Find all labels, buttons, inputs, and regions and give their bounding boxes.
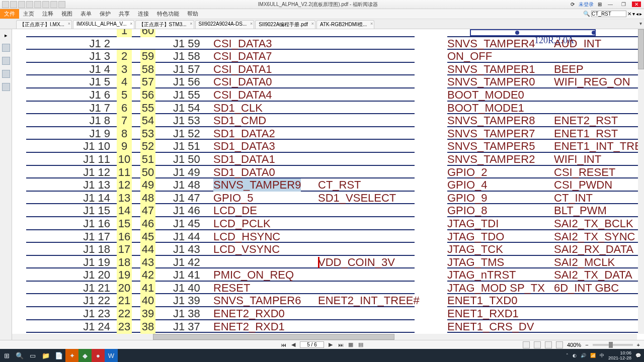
close-button[interactable]: ✕ — [632, 2, 641, 7]
search-icon[interactable]: 🔍 — [583, 11, 590, 17]
app2-icon[interactable]: ◆ — [78, 349, 92, 362]
undo-icon[interactable] — [42, 1, 49, 8]
zoom-level: 400% — [567, 342, 581, 348]
vertical-scrollbar[interactable] — [638, 29, 644, 334]
tab-close-icon[interactable]: × — [130, 21, 132, 26]
menu-item[interactable]: 特色功能 — [153, 10, 183, 18]
document-tab[interactable]: 【正点原子】I.MX...× — [16, 20, 72, 29]
maximize-button[interactable]: ❐ — [619, 2, 628, 7]
attachments-icon[interactable] — [2, 70, 10, 78]
last-page-button[interactable]: ⏭ — [337, 342, 344, 348]
search-taskbar-icon[interactable]: 🔍 — [13, 349, 26, 362]
mail-icon[interactable] — [34, 1, 41, 8]
schematic-pin-row: J1 141348J1 47GPIO_5SD1_VSELECT — [12, 192, 420, 205]
schematic-net-row: BOOT_MODE0 — [447, 88, 644, 102]
tab-close-icon[interactable]: × — [68, 21, 70, 26]
taskview-icon[interactable]: ▭ — [26, 349, 39, 362]
page-input[interactable] — [300, 341, 324, 348]
schematic-pin-row: J1 8754J1 53SD1_CMD — [12, 114, 420, 127]
schematic-pin-row: 160 — [12, 29, 420, 37]
schematic-pin-row: J1 121150J1 49SD1_DATA0 — [12, 166, 420, 179]
zoom-out-button[interactable]: − — [585, 342, 588, 348]
document-tab[interactable]: IMX6ULL_ALPHA_V...× — [73, 20, 134, 29]
print-icon[interactable] — [26, 1, 33, 8]
menu-item[interactable]: 共享 — [115, 10, 134, 18]
windows-taskbar: ⊞ 🔍 ▭ 📁 📄 ✦ ◆ ● W ˄ ◐ 🔊 📶 中 10:06 2021-1… — [0, 349, 644, 362]
notifications-icon[interactable]: 💬 — [635, 353, 641, 358]
page-layout2-icon[interactable]: ▤ — [357, 341, 364, 348]
menu-item[interactable]: 连接 — [134, 10, 153, 18]
sidebar-toggle-icon[interactable]: ▸ — [5, 32, 8, 39]
document-tab[interactable]: 【正点原子】STM3...× — [135, 20, 194, 29]
tray-icon[interactable]: ◐ — [573, 353, 577, 358]
document-viewport[interactable]: 120R,2.0A 160J1 2J1 59CSI_DATA3J1 3259J1… — [12, 29, 644, 340]
view-mode1-icon[interactable] — [523, 341, 530, 348]
schematic-pin-row: J1 242338J1 37ENET2_RXD1 — [12, 320, 420, 333]
menu-item[interactable]: 表单 — [76, 10, 96, 18]
explorer-icon[interactable]: 📁 — [39, 349, 52, 362]
document-tab[interactable]: SII9022A编程手册.pdf× — [255, 20, 315, 29]
prev-page-button[interactable]: ◀ — [290, 341, 297, 348]
start-button[interactable]: ⊞ — [0, 349, 13, 362]
tray-icon[interactable]: 🔊 — [581, 353, 586, 358]
save-icon[interactable] — [18, 1, 25, 8]
schematic-pin-row: J1 151447J1 46LCD_DE — [12, 204, 420, 217]
word-icon[interactable]: W — [105, 349, 118, 362]
layers-icon[interactable] — [2, 83, 10, 91]
ime-icon[interactable]: 中 — [600, 352, 604, 359]
schematic-net-row: GPIO_2CSI_RESET — [447, 166, 644, 179]
schematic-pin-row: J1 131249J1 48SNVS_TAMPER9CT_RST — [12, 178, 420, 192]
schematic-pin-row: J1 5457J1 56CSI_DATA0 — [12, 75, 420, 88]
schematic-net-row: SNVS_TAMPER8ENET2_RST — [447, 114, 644, 127]
first-page-button[interactable]: ⏮ — [280, 342, 287, 348]
bookmarks-icon[interactable] — [2, 44, 10, 52]
login-link[interactable]: 未登录 — [579, 1, 594, 8]
search-input[interactable] — [591, 11, 626, 17]
app-icon — [2, 1, 9, 8]
tab-overflow-icon[interactable]: ▾ — [639, 21, 642, 26]
zoom-slider[interactable] — [593, 344, 633, 346]
grid-icon[interactable]: ⊞ — [598, 2, 602, 7]
search-close-icon[interactable]: ✕ — [627, 11, 631, 17]
tab-close-icon[interactable]: × — [190, 21, 192, 26]
page-layout-icon[interactable]: ▦ — [347, 341, 354, 348]
search-prev-icon[interactable]: ◂ — [636, 11, 638, 17]
menu-item[interactable]: 帮助 — [183, 10, 202, 18]
menu-bar: 文件 主页注释视图表单保护共享连接特色功能帮助 🔍 ✕ ▾ ◂ ▸ — [0, 9, 644, 19]
document-tab[interactable]: ATK-RGB2HDMI模...× — [316, 20, 374, 29]
next-page-button[interactable]: ▶ — [327, 341, 334, 348]
more-icon[interactable] — [58, 1, 65, 8]
app3-icon[interactable]: ● — [92, 349, 105, 362]
view-mode2-icon[interactable] — [534, 341, 541, 348]
tab-close-icon[interactable]: × — [250, 21, 253, 26]
view-mode3-icon[interactable] — [545, 341, 552, 348]
app1-icon[interactable]: 📄 — [52, 349, 65, 362]
menu-item[interactable]: 主页 — [19, 10, 38, 18]
tab-close-icon[interactable]: × — [370, 21, 373, 26]
tray-overflow-icon[interactable]: ˄ — [566, 353, 569, 358]
refresh-icon[interactable]: ⟳ — [571, 2, 575, 7]
menu-item[interactable]: 注释 — [38, 10, 57, 18]
schematic-net-row: SNVS_TAMPER4AUD_INT — [447, 37, 644, 50]
search-next-icon[interactable]: ▸ — [639, 11, 642, 17]
pages-icon[interactable] — [2, 57, 10, 65]
view-mode4-icon[interactable] — [556, 341, 563, 348]
schematic-net-row: JTAG_TDOSAI2_TX_SYNC — [447, 230, 644, 243]
tab-close-icon[interactable]: × — [311, 21, 314, 26]
schematic-pin-row: J1 111051J1 50SD1_DATA1 — [12, 153, 420, 166]
taskbar-clock[interactable]: 10:06 2021-12-28 — [608, 350, 631, 360]
open-icon[interactable] — [10, 1, 17, 8]
menu-item[interactable]: 视图 — [57, 10, 76, 18]
search-options-icon[interactable]: ▾ — [632, 11, 635, 17]
horizontal-scrollbar[interactable] — [12, 334, 637, 340]
document-tab[interactable]: SII9022A9024A-DS...× — [195, 20, 255, 29]
foxit-icon[interactable]: ✦ — [65, 349, 78, 362]
zoom-in-button[interactable]: + — [637, 342, 640, 348]
tray-icon[interactable]: 📶 — [590, 353, 596, 358]
redo-icon[interactable] — [50, 1, 57, 8]
schematic-net-row: ENET1_RXD1 — [447, 307, 644, 320]
schematic-pin-row: J1 2J1 59CSI_DATA3 — [12, 37, 420, 50]
menu-item[interactable]: 保护 — [96, 10, 115, 18]
minimize-button[interactable]: — — [606, 2, 615, 7]
menu-file[interactable]: 文件 — [0, 9, 19, 19]
